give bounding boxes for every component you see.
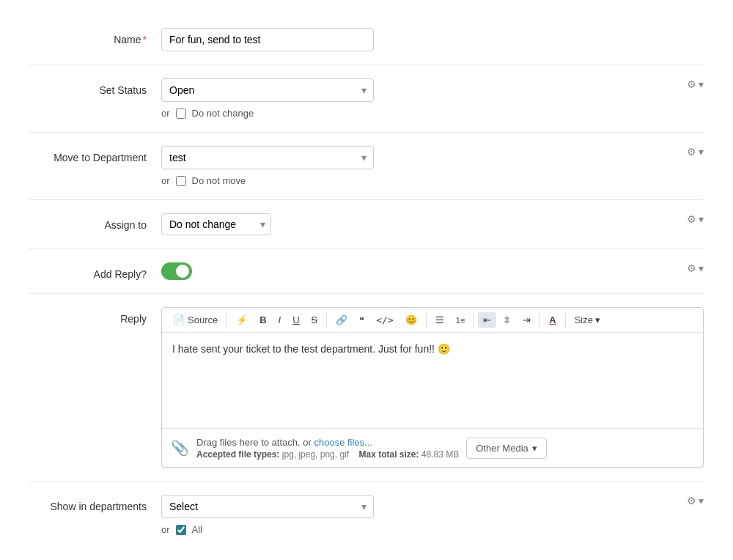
show-in-dept-label: Show in departments xyxy=(29,495,161,512)
show-in-dept-row: Show in departments Select ▾ or All ⚙ ▾ xyxy=(29,482,704,548)
reply-editor-body[interactable]: I hate sent your ticket to the test depa… xyxy=(162,333,703,428)
font-color-icon: A xyxy=(549,314,556,325)
attach-text-area: Drag files here to attach, or choose fil… xyxy=(196,436,459,460)
set-status-select[interactable]: Open Closed Pending xyxy=(161,78,374,102)
gear-icon: ⚙ xyxy=(687,213,696,225)
chevron-down-icon: ▾ xyxy=(699,213,704,225)
strikethrough-button[interactable]: S xyxy=(306,312,323,328)
reply-row: Reply 📄 Source ⚡ B I xyxy=(29,294,704,482)
gear-icon: ⚙ xyxy=(687,146,696,158)
assign-to-row: Assign to Do not change Agent 1 Agent 2 … xyxy=(29,200,704,249)
set-status-gear: ⚙ ▾ xyxy=(687,78,704,90)
choose-files-link[interactable]: choose files... xyxy=(314,437,372,448)
show-in-dept-select[interactable]: Select xyxy=(161,495,374,518)
show-in-dept-all-checkbox[interactable] xyxy=(176,525,186,535)
move-to-dept-content: test Support Sales ▾ or Do not move xyxy=(161,146,704,186)
other-media-button[interactable]: Other Media ▾ xyxy=(466,438,547,459)
set-status-or-row: or Do not change xyxy=(161,108,704,119)
link-icon: 🔗 xyxy=(336,314,347,325)
move-to-dept-select[interactable]: test Support Sales xyxy=(161,146,374,169)
add-reply-content xyxy=(161,262,704,280)
toolbar-sep-2 xyxy=(326,313,327,328)
add-reply-gear: ⚙ ▾ xyxy=(687,262,704,274)
toolbar-sep-1 xyxy=(226,313,227,328)
gear-icon: ⚙ xyxy=(687,78,696,90)
move-to-dept-gear-button[interactable]: ⚙ ▾ xyxy=(687,146,704,158)
move-to-dept-row: Move to Department test Support Sales ▾ … xyxy=(29,133,704,200)
link-button[interactable]: 🔗 xyxy=(331,312,353,328)
set-status-label: Set Status xyxy=(29,78,161,96)
name-row: Name* xyxy=(29,15,704,65)
lightning-icon: ⚡ xyxy=(236,314,248,325)
set-status-select-wrapper: Open Closed Pending ▾ xyxy=(161,78,374,102)
attach-drag-text: Drag files here to attach, or choose fil… xyxy=(196,437,372,448)
attach-file-types: Accepted file types: jpg, jpeg, png, gif… xyxy=(196,449,459,460)
font-color-button[interactable]: A xyxy=(544,312,561,328)
add-reply-row: Add Reply? ⚙ ▾ xyxy=(29,249,704,294)
attach-area: 📎 Drag files here to attach, or choose f… xyxy=(162,428,703,467)
chevron-down-icon: ▾ xyxy=(699,262,704,274)
set-status-gear-button[interactable]: ⚙ ▾ xyxy=(687,78,704,90)
size-button[interactable]: Size ▾ xyxy=(570,312,605,328)
name-content xyxy=(161,28,704,51)
show-in-dept-select-wrapper: Select ▾ xyxy=(161,495,374,518)
align-right-button[interactable]: ⇥ xyxy=(517,312,536,328)
show-in-dept-gear: ⚙ ▾ xyxy=(687,495,704,506)
move-to-dept-or-row: or Do not move xyxy=(161,175,704,186)
align-center-button[interactable]: ⇳ xyxy=(498,312,516,328)
toggle-slider xyxy=(161,262,192,280)
align-left-icon: ⇤ xyxy=(483,314,491,325)
reply-content: 📄 Source ⚡ B I U xyxy=(161,307,704,468)
move-to-dept-label: Move to Department xyxy=(29,146,161,163)
assign-to-select[interactable]: Do not change Agent 1 Agent 2 xyxy=(161,213,271,235)
assign-to-content: Do not change Agent 1 Agent 2 ▾ xyxy=(161,213,704,235)
set-status-row: Set Status Open Closed Pending ▾ or Do n… xyxy=(29,65,704,133)
ordered-list-button[interactable]: 1≡ xyxy=(451,314,471,327)
toolbar-sep-3 xyxy=(426,313,427,328)
move-to-dept-select-wrapper: test Support Sales ▾ xyxy=(161,146,374,169)
size-chevron-icon: ▾ xyxy=(595,314,600,325)
reply-toolbar: 📄 Source ⚡ B I U xyxy=(162,308,703,333)
set-status-content: Open Closed Pending ▾ or Do not change xyxy=(161,78,704,119)
assign-to-label: Assign to xyxy=(29,213,161,231)
underline-button[interactable]: U xyxy=(287,312,304,328)
lightning-button[interactable]: ⚡ xyxy=(231,312,253,328)
chevron-down-icon: ▾ xyxy=(699,78,704,90)
show-in-dept-gear-button[interactable]: ⚙ ▾ xyxy=(687,495,704,506)
toolbar-sep-6 xyxy=(565,313,566,328)
emoji-button[interactable]: 😊 xyxy=(400,312,422,328)
assign-to-select-wrapper: Do not change Agent 1 Agent 2 ▾ xyxy=(161,213,271,235)
bullet-list-button[interactable]: ☰ xyxy=(430,312,449,328)
name-input[interactable] xyxy=(161,28,374,51)
source-button[interactable]: 📄 Source xyxy=(168,312,223,328)
move-to-dept-gear: ⚙ ▾ xyxy=(687,146,704,158)
source-doc-icon: 📄 xyxy=(173,314,185,325)
paperclip-icon: 📎 xyxy=(171,439,189,457)
reply-editor: 📄 Source ⚡ B I U xyxy=(161,307,704,468)
toolbar-sep-5 xyxy=(539,313,540,328)
do-not-move-checkbox[interactable] xyxy=(176,176,186,186)
ordered-list-icon: 1≡ xyxy=(456,316,465,325)
other-media-chevron-icon: ▾ xyxy=(532,443,537,454)
show-in-dept-content: Select ▾ or All xyxy=(161,495,704,535)
bold-button[interactable]: B xyxy=(254,312,271,328)
align-center-icon: ⇳ xyxy=(503,314,511,325)
assign-to-gear: ⚙ ▾ xyxy=(687,213,704,225)
gear-icon: ⚙ xyxy=(687,495,696,506)
add-reply-label: Add Reply? xyxy=(29,262,161,280)
italic-button[interactable]: I xyxy=(273,312,287,328)
align-left-button[interactable]: ⇤ xyxy=(478,312,496,328)
add-reply-toggle[interactable] xyxy=(161,262,192,280)
assign-to-gear-button[interactable]: ⚙ ▾ xyxy=(687,213,704,225)
add-reply-gear-button[interactable]: ⚙ ▾ xyxy=(687,262,704,274)
code-icon: </> xyxy=(376,314,393,325)
chevron-down-icon: ▾ xyxy=(699,495,704,506)
code-button[interactable]: </> xyxy=(371,312,398,328)
align-right-icon: ⇥ xyxy=(523,314,531,325)
do-not-change-checkbox[interactable] xyxy=(176,108,186,119)
name-label: Name* xyxy=(29,28,161,45)
emoji-icon: 😊 xyxy=(405,314,417,325)
reply-label: Reply xyxy=(29,307,161,325)
blockquote-button[interactable]: ❝ xyxy=(354,312,369,328)
gear-icon: ⚙ xyxy=(687,262,696,274)
